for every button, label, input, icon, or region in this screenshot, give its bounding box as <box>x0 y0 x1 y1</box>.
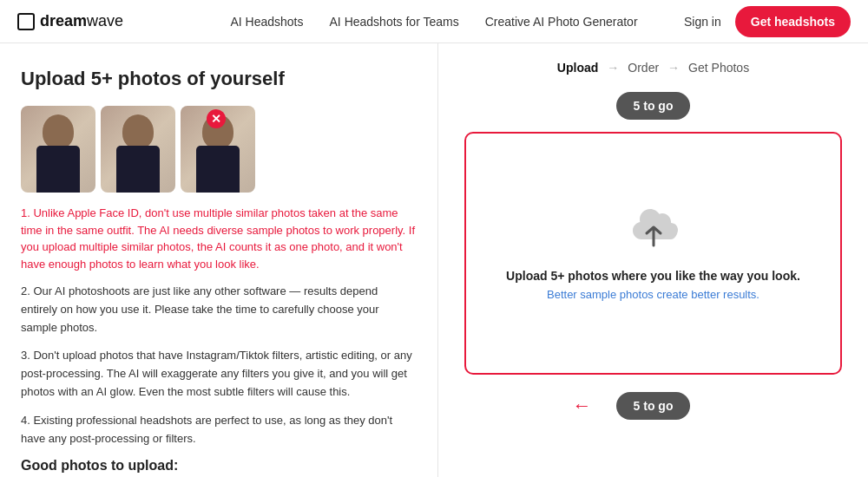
tip-text-2: 2. Our AI photoshoots are just like any … <box>21 283 417 337</box>
photo-upload-row: ✕ <box>21 106 417 193</box>
sign-in-button[interactable]: Sign in <box>684 15 721 29</box>
red-arrow-icon: ← <box>573 395 592 417</box>
counter-badge-bottom: 5 to go <box>616 392 691 420</box>
counter-badge-top: 5 to go <box>616 92 691 120</box>
main-layout: Upload 5+ photos of yourself ✕ 1. Unlike… <box>0 43 868 477</box>
nav-creative[interactable]: Creative AI Photo Generator <box>485 15 638 29</box>
nav-teams[interactable]: AI Headshots for Teams <box>330 15 459 29</box>
get-headshots-button[interactable]: Get headshots <box>735 6 851 37</box>
uploaded-photo-1 <box>21 106 95 193</box>
header-right: Sign in Get headshots <box>684 6 851 37</box>
warning-text-1: 1. Unlike Apple Face ID, don't use multi… <box>21 205 417 272</box>
remove-photo-button[interactable]: ✕ <box>207 109 226 128</box>
upload-sub-text: Better sample photos create better resul… <box>547 288 760 301</box>
nav-ai-headshots[interactable]: AI Headshots <box>230 15 303 29</box>
arrow-indicator: ← <box>573 395 592 417</box>
step-get-photos: Get Photos <box>688 61 749 75</box>
upload-main-text: Upload 5+ photos where you like the way … <box>506 269 800 283</box>
step-order: Order <box>628 61 659 75</box>
good-photos-heading: Good photos to upload: <box>21 458 417 474</box>
tip-text-3: 3. Don't upload photos that have Instagr… <box>21 347 417 401</box>
main-nav: AI Headshots AI Headshots for Teams Crea… <box>230 15 637 29</box>
arrow-1: → <box>607 61 619 75</box>
left-panel: Upload 5+ photos of yourself ✕ 1. Unlike… <box>0 43 438 477</box>
upload-dropzone[interactable]: Upload 5+ photos where you like the way … <box>464 132 842 375</box>
tip-text-4: 4. Existing professional headshots are p… <box>21 412 417 448</box>
uploaded-photo-2 <box>101 106 175 193</box>
header: dreamwave AI Headshots AI Headshots for … <box>0 0 868 43</box>
step-upload: Upload <box>557 61 598 75</box>
right-panel: Upload → Order → Get Photos 5 to go Uplo… <box>438 43 868 477</box>
counter-badge-bottom-wrap: ← 5 to go <box>616 392 691 420</box>
progress-steps: Upload → Order → Get Photos <box>557 61 749 75</box>
logo-text: dreamwave <box>40 12 123 30</box>
logo[interactable]: dreamwave <box>17 12 123 30</box>
upload-icon <box>628 206 680 257</box>
arrow-2: → <box>667 61 680 75</box>
logo-icon <box>17 13 35 30</box>
page-title: Upload 5+ photos of yourself <box>21 68 417 90</box>
